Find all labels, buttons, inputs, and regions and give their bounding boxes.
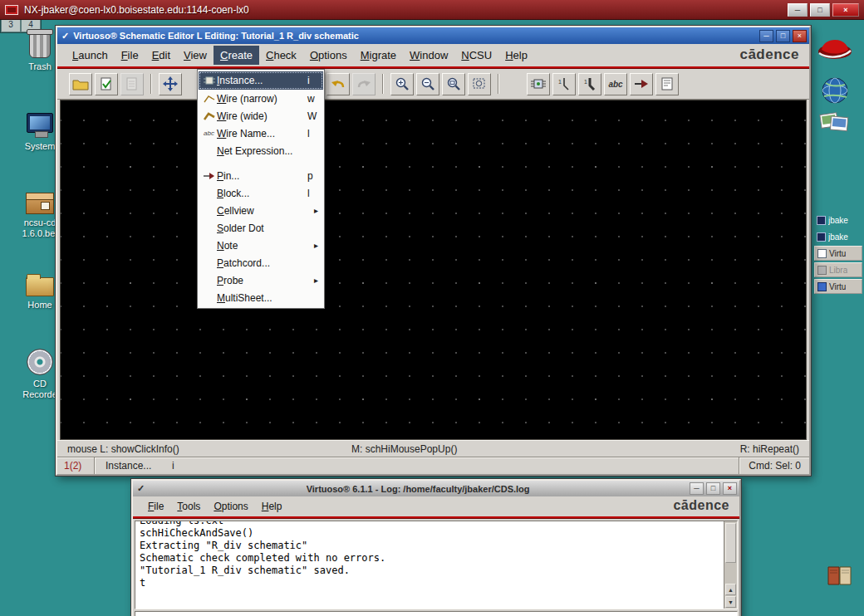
pin-icon xyxy=(201,172,217,180)
menu-launch[interactable]: Launch xyxy=(66,46,115,65)
log-line: t xyxy=(140,577,719,589)
bus-icon: 1 xyxy=(583,77,596,90)
log-menu-help[interactable]: Help xyxy=(255,497,289,516)
log-menu-file[interactable]: File xyxy=(141,497,170,516)
menu-window[interactable]: Window xyxy=(403,46,454,65)
menu-item-probe[interactable]: Probe ▸ xyxy=(199,271,323,289)
toolbar-separator xyxy=(150,74,152,94)
close-button[interactable]: × xyxy=(832,3,859,17)
open-button[interactable] xyxy=(69,73,92,95)
minimize-button[interactable]: ─ xyxy=(788,3,808,17)
cd-icon xyxy=(27,349,53,375)
web-browser-launcher[interactable] xyxy=(821,76,849,108)
menu-file[interactable]: File xyxy=(115,46,145,65)
menu-item-block[interactable]: Block... l xyxy=(199,184,323,202)
taskbar-item-virtuoso-1[interactable]: Virtu xyxy=(814,246,862,261)
menu-help[interactable]: Help xyxy=(498,46,534,65)
log-command-input[interactable] xyxy=(135,611,738,616)
instance-button[interactable] xyxy=(527,73,550,95)
submenu-arrow-icon: ▸ xyxy=(307,206,318,215)
menu-item-multisheet[interactable]: MultiSheet... xyxy=(199,289,323,306)
redo-button[interactable] xyxy=(352,73,376,95)
log-scrollbar[interactable]: ▲ ▼ xyxy=(724,521,737,609)
pin-icon xyxy=(634,79,649,89)
schematic-canvas[interactable] xyxy=(60,100,807,440)
images-launcher[interactable] xyxy=(819,110,851,139)
taskbar-item-jbake-1[interactable]: jbake xyxy=(814,213,862,227)
save-button[interactable] xyxy=(120,73,144,95)
wire-name-icon: abc xyxy=(201,130,217,137)
menu-view[interactable]: View xyxy=(177,46,214,65)
log-menu-options[interactable]: Options xyxy=(207,497,254,516)
log-text[interactable]: Loading ls.cxt schHiCheckAndSave() Extra… xyxy=(135,521,724,609)
redhat-menu-button[interactable] xyxy=(816,32,854,68)
menu-item-pin[interactable]: Pin... p xyxy=(199,167,323,184)
zoom-in-button[interactable] xyxy=(390,73,414,95)
virtuoso-titlebar[interactable]: ✓ Virtuoso® Schematic Editor L Editing: … xyxy=(57,27,809,44)
wire-button[interactable]: 1 xyxy=(552,73,576,95)
menu-item-net-expression[interactable]: Net Expression... xyxy=(199,142,323,159)
menu-check[interactable]: Check xyxy=(259,46,303,65)
menu-item-label: Pin... xyxy=(217,170,307,182)
maximize-button[interactable]: □ xyxy=(776,30,790,42)
taskbar-item-library[interactable]: Libra xyxy=(814,262,862,277)
move-button[interactable] xyxy=(159,73,182,95)
minimize-button[interactable]: ─ xyxy=(690,482,704,495)
undo-icon xyxy=(330,76,346,91)
log-titlebar[interactable]: ✓ Virtuoso® 6.1.1 - Log: /home/faculty/j… xyxy=(133,481,739,496)
scrollbar-thumb[interactable] xyxy=(725,523,736,563)
menu-item-wire-narrow[interactable]: Wire (narrow) w xyxy=(199,90,323,107)
menu-item-label: Solder Dot xyxy=(217,222,307,234)
menu-item-cellview[interactable]: Cellview ▸ xyxy=(199,202,323,219)
menu-migrate[interactable]: Migrate xyxy=(354,46,403,65)
menu-item-wire-wide[interactable]: Wire (wide) W xyxy=(199,107,323,125)
bus-button[interactable]: 1 xyxy=(578,73,601,95)
menu-create[interactable]: Create xyxy=(214,46,259,65)
menu-item-instance[interactable]: Instance... i xyxy=(199,71,323,90)
menu-item-patchcord[interactable]: Patchcord... xyxy=(199,254,323,271)
instance-icon xyxy=(201,76,217,86)
documentation-launcher[interactable] xyxy=(826,563,854,591)
properties-icon xyxy=(660,76,674,91)
scroll-down-button[interactable]: ▼ xyxy=(725,596,736,608)
shortcut-key: W xyxy=(307,110,318,122)
menu-item-label: Note xyxy=(217,240,307,252)
close-button[interactable]: × xyxy=(793,30,807,42)
log-menu-tools[interactable]: Tools xyxy=(170,497,207,516)
mouse-bindings-statusbar: mouse L: showClickInfo() M: schHiMousePo… xyxy=(57,440,809,457)
menu-edit[interactable]: Edit xyxy=(145,46,177,65)
zoom-to-box-button[interactable] xyxy=(442,73,465,95)
properties-button[interactable] xyxy=(655,73,679,95)
log-line: "Tutorial_1 R_div schematic" saved. xyxy=(140,565,719,577)
menu-item-wire-name[interactable]: abc Wire Name... l xyxy=(199,125,323,142)
check-and-save-button[interactable] xyxy=(95,73,118,95)
menu-item-label: Net Expression... xyxy=(217,145,307,157)
wire-name-button[interactable]: abc xyxy=(604,73,627,95)
task-label: jbake xyxy=(828,232,848,242)
taskbar-item-jbake-2[interactable]: jbake xyxy=(814,229,862,244)
undo-button[interactable] xyxy=(326,73,350,95)
maximize-button[interactable]: □ xyxy=(810,3,830,17)
menu-item-note[interactable]: Note ▸ xyxy=(199,237,323,254)
pin-button[interactable] xyxy=(630,73,653,95)
minimize-button[interactable]: ─ xyxy=(759,30,773,42)
nx-window-controls: ─ □ × xyxy=(788,3,859,17)
menu-options[interactable]: Options xyxy=(303,46,354,65)
nx-session-titlebar[interactable]: NX-jbaker@coen-lx0.boisestate.edu:1144-c… xyxy=(0,0,864,20)
menu-item-solder-dot[interactable]: Solder Dot xyxy=(199,219,323,237)
zoom-in-icon xyxy=(395,76,410,91)
log-window-icon: ✓ xyxy=(135,483,146,494)
redhat-icon xyxy=(816,32,854,65)
zoom-out-button[interactable] xyxy=(416,73,439,95)
svg-text:1: 1 xyxy=(558,79,562,85)
close-button[interactable]: × xyxy=(723,482,737,495)
books-icon xyxy=(826,563,854,588)
fit-view-button[interactable] xyxy=(468,73,491,95)
toolbar-separator xyxy=(382,74,384,94)
menu-ncsu[interactable]: NCSU xyxy=(454,46,498,65)
scroll-up-button[interactable]: ▲ xyxy=(725,584,736,595)
maximize-button[interactable]: □ xyxy=(706,482,720,495)
taskbar-item-virtuoso-2[interactable]: Virtu xyxy=(814,279,862,294)
main-toolbar: 1 1 abc xyxy=(57,69,809,100)
computer-icon xyxy=(27,113,53,133)
